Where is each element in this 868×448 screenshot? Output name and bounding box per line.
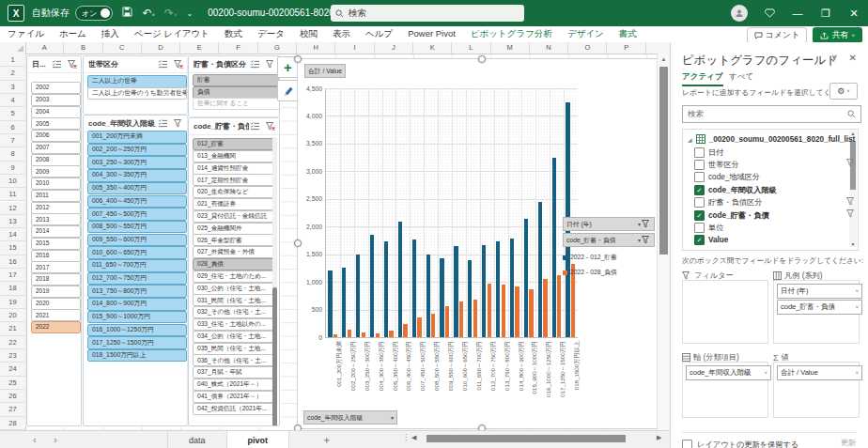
area-box-axis[interactable]: code_年間収入階級˅	[682, 362, 768, 418]
bar-2022 - 028_負債-001_200万円未満[interactable]	[333, 334, 337, 337]
restore-button[interactable]: ❐	[812, 0, 840, 26]
bar-2022 - 012_貯蓄-015_900～1000万円[interactable]	[524, 219, 528, 337]
column-header-G[interactable]: G	[258, 42, 297, 54]
slicer-household[interactable]: 世帯区分二人以上の世帯二人以上の世帯のうち勤労者世帯	[83, 55, 188, 115]
row-header-13[interactable]: 13	[0, 215, 26, 228]
column-header-J[interactable]: J	[375, 42, 413, 54]
slicer-item-貯蓄[interactable]: 貯蓄	[193, 74, 280, 86]
slicer-item-2019[interactable]: 2019	[31, 286, 81, 298]
area-box-filters[interactable]	[682, 280, 768, 344]
chart-selection-handle[interactable]	[294, 55, 302, 63]
slicer-item-008_500～550万円[interactable]: 008_500～550万円	[87, 221, 187, 234]
bar-2022 - 028_負債-016_1000～1250万円[interactable]	[543, 279, 547, 337]
slicer-item-2018[interactable]: 2018	[31, 273, 81, 286]
bar-2022 - 012_貯蓄-012_700～750万円[interactable]	[482, 245, 486, 337]
row-header-12[interactable]: 12	[0, 202, 26, 215]
row-header-19[interactable]: 19	[0, 296, 26, 309]
row-header-9[interactable]: 9	[0, 162, 26, 175]
slicer-item-017_1250～1500万円[interactable]: 017_1250～1500万円	[87, 336, 187, 349]
bar-2022 - 028_負債-008_500～550万円[interactable]	[431, 314, 435, 337]
row-header-14[interactable]: 14	[0, 228, 26, 241]
gem-icon[interactable]	[755, 0, 783, 26]
ribbon-tab-5[interactable]: データ	[250, 28, 292, 40]
slicer-item-2021[interactable]: 2021	[31, 309, 81, 321]
bar-2022 - 012_貯蓄-006_400～450万円[interactable]	[398, 222, 402, 337]
bar-2022 - 012_貯蓄-011_650～700万円[interactable]	[468, 260, 472, 337]
bar-2022 - 028_負債-003_250～300万円[interactable]	[362, 332, 365, 337]
search-input[interactable]: 検索	[331, 5, 524, 22]
ribbon-tab-2[interactable]: 挿入	[94, 28, 127, 40]
sheet-nav-next-icon[interactable]: ›	[45, 435, 66, 445]
slicer-item-013_750～800万円[interactable]: 013_750～800万円	[87, 285, 187, 298]
ribbon-tab-9[interactable]: Power Pivot	[400, 28, 463, 40]
scroll-up-icon[interactable]: ▲	[658, 54, 670, 65]
slicer-item-037_月賦・年賦[interactable]: 037_月賦・年賦	[193, 366, 275, 378]
hscroll-right-icon[interactable]: ▶	[657, 434, 661, 441]
vertical-scroll-thumb[interactable]	[659, 67, 668, 255]
horizontal-scroll-thumb[interactable]	[426, 435, 626, 442]
row-header-8[interactable]: 8	[0, 147, 26, 161]
save-icon[interactable]	[122, 7, 132, 20]
slicer-item-032_その他（住宅・土...[interactable]: 032_その他（住宅・土...	[193, 306, 275, 318]
slicer-item-2003[interactable]: 2003	[31, 94, 81, 106]
scroll-down-icon[interactable]: ▼	[849, 241, 857, 247]
slicer-item-010_600～650万円[interactable]: 010_600～650万円	[87, 246, 187, 259]
row-header-6[interactable]: 6	[0, 121, 26, 134]
slicer-item-世帯に関すること[interactable]: 世帯に関すること	[193, 98, 280, 110]
field-checkbox-code_貯蓄・負債[interactable]: ✓ code_貯蓄・負債	[694, 209, 769, 221]
bar-2022 - 028_負債-012_700～750万円[interactable]	[488, 284, 491, 337]
row-header-3[interactable]: 3	[0, 81, 26, 94]
clear-filter-icon[interactable]	[264, 121, 276, 131]
bar-2022 - 012_貯蓄-004_300～350万円[interactable]	[370, 235, 374, 337]
chart-styles-button[interactable]	[277, 80, 299, 101]
slicer-item-015_900～1000万円[interactable]: 015_900～1000万円	[87, 311, 187, 324]
slicer-item-2017[interactable]: 2017	[31, 261, 81, 273]
row-header-26[interactable]: 26	[0, 390, 26, 403]
multiselect-icon[interactable]	[51, 59, 63, 70]
slicer-item-012_700～750万円[interactable]: 012_700～750万円	[87, 272, 187, 286]
multiselect-icon[interactable]	[157, 59, 169, 70]
slicer-scroll-thumb[interactable]	[272, 287, 277, 426]
ribbon-tab-8[interactable]: ヘルプ	[358, 28, 400, 40]
bar-2022 - 012_貯蓄-016_1000～1250万円[interactable]	[538, 202, 542, 337]
slicer-item-017_定期性預貯金[interactable]: 017_定期性預貯金	[193, 174, 275, 186]
bar-2022 - 012_貯蓄-005_350～400万円[interactable]	[384, 241, 388, 337]
pivot-table-source[interactable]: ◢ _00200_soumu_00200561_8020_full_list	[688, 133, 855, 145]
ribbon-contextual-tab-0[interactable]: ピボットグラフ分析	[463, 28, 560, 40]
slicer-item-006_400～450万円[interactable]: 006_400～450万円	[87, 195, 187, 209]
slicer-item-二人以上の世帯[interactable]: 二人以上の世帯	[87, 75, 187, 88]
hscroll-left-icon[interactable]: ◀	[411, 434, 416, 441]
slicer-item-005_350～400万円[interactable]: 005_350～400万円	[87, 182, 187, 195]
multiselect-icon[interactable]	[249, 59, 261, 70]
clear-filter-icon[interactable]	[172, 118, 184, 129]
field-checkbox-code_地域区分[interactable]: code_地域区分	[694, 172, 760, 183]
ribbon-contextual-tab-2[interactable]: 書式	[612, 28, 644, 40]
bar-2022 - 012_貯蓄-013_750～800万円[interactable]	[496, 241, 500, 337]
field-checkbox-日付[interactable]: 日付	[694, 147, 723, 158]
slicer-item-012_貯蓄[interactable]: 012_貯蓄	[193, 138, 275, 150]
row-header-15[interactable]: 15	[0, 241, 26, 255]
slicer-item-018_1500万円以上[interactable]: 018_1500万円以上	[87, 349, 187, 363]
slicer-date[interactable]: 日...200220032004200520062007200820092010…	[26, 55, 82, 426]
slicer-item-027_外貨預金・外債[interactable]: 027_外貨預金・外債	[193, 246, 275, 258]
row-header-18[interactable]: 18	[0, 282, 26, 295]
bar-2022 - 028_負債-007_450～500万円[interactable]	[417, 317, 421, 337]
area-field-code_貯蓄・負債[interactable]: code_貯蓄・負債˅	[777, 300, 862, 315]
pane-tools-button[interactable]: ⚙˅	[829, 83, 858, 100]
slicer-item-負債[interactable]: 負債	[193, 86, 280, 99]
bar-2022 - 028_負債-014_800～900万円[interactable]	[515, 286, 519, 338]
add-sheet-button[interactable]: ＋	[321, 433, 332, 447]
slicer-item-2005[interactable]: 2005	[31, 117, 81, 130]
pane-collapse-icon[interactable]: ˅	[831, 53, 837, 63]
autosave-toggle[interactable]: オン	[75, 6, 113, 21]
bar-2022 - 012_貯蓄-017_1250～1500万円[interactable]	[552, 158, 556, 337]
bar-2022 - 012_貯蓄-007_450～500万円[interactable]	[412, 239, 416, 337]
slicer-item-013_金融機関[interactable]: 013_金融機関	[193, 150, 275, 162]
ribbon-tab-0[interactable]: ファイル	[0, 28, 52, 40]
chart-value-field-button[interactable]: 合計 / Value	[304, 64, 346, 78]
slicer-item-009_550～600万円[interactable]: 009_550～600万円	[87, 234, 187, 247]
row-header-21[interactable]: 21	[0, 322, 26, 335]
slicer-item-030_公的（住宅・土地...[interactable]: 030_公的（住宅・土地...	[193, 283, 275, 295]
slicer-item-004_300～350万円[interactable]: 004_300～350万円	[87, 169, 187, 182]
legend-field-button-1[interactable]: code_貯蓄・負債▾	[563, 233, 655, 247]
